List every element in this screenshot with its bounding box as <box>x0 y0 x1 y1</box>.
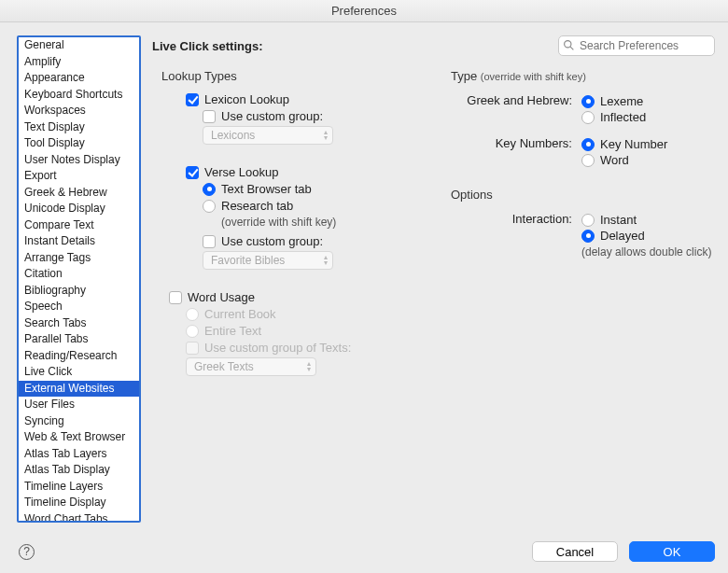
greek-hebrew-label: Greek and Hebrew: <box>451 92 581 107</box>
search-input[interactable] <box>558 35 715 56</box>
research-tab-radio[interactable] <box>203 200 216 213</box>
chevron-updown-icon: ▴▾ <box>324 255 328 266</box>
instant-radio[interactable] <box>581 214 595 227</box>
sidebar-item-syncing[interactable]: Syncing <box>19 413 139 430</box>
lexicon-lookup-checkbox[interactable] <box>186 93 199 106</box>
sidebar-item-word-chart-tabs[interactable]: Word Chart Tabs <box>19 511 139 524</box>
inflected-label: Inflected <box>600 110 646 124</box>
sidebar-item-text-display[interactable]: Text Display <box>19 119 139 136</box>
cancel-button[interactable]: Cancel <box>532 541 618 562</box>
lexicon-custom-label: Use custom group: <box>221 109 323 123</box>
sidebar-item-compare-text[interactable]: Compare Text <box>19 217 139 234</box>
verse-lookup-label: Verse Lookup <box>204 165 279 179</box>
lexeme-radio[interactable] <box>581 95 595 108</box>
sidebar-item-timeline-display[interactable]: Timeline Display <box>19 495 139 511</box>
search-icon <box>563 39 575 51</box>
type-heading: Type (override with shift key) <box>451 69 715 83</box>
sidebar-item-greek-hebrew[interactable]: Greek & Hebrew <box>19 185 139 202</box>
research-tab-label: Research tab <box>221 199 293 213</box>
verse-override-note: (override with shift key) <box>221 216 441 229</box>
lexicon-lookup-label: Lexicon Lookup <box>204 92 289 106</box>
word-label: Word <box>600 153 629 167</box>
word-usage-label: Word Usage <box>188 290 255 304</box>
sidebar-item-search-tabs[interactable]: Search Tabs <box>19 315 139 332</box>
verse-custom-checkbox[interactable] <box>203 235 216 248</box>
current-book-label: Current Book <box>204 307 276 321</box>
verse-lookup-checkbox[interactable] <box>186 166 199 179</box>
sidebar-item-external-websites[interactable]: External Websites <box>19 381 139 398</box>
sidebar-item-web-text-browser[interactable]: Web & Text Browser <box>19 429 139 446</box>
entire-text-label: Entire Text <box>204 324 261 338</box>
lookup-types-heading: Lookup Types <box>161 69 441 83</box>
lexeme-label: Lexeme <box>600 94 643 108</box>
sidebar-item-tool-display[interactable]: Tool Display <box>19 135 139 152</box>
ok-button[interactable]: OK <box>629 541 715 562</box>
window-title: Preferences <box>0 0 728 22</box>
key-number-radio[interactable] <box>581 138 595 151</box>
key-number-label: Key Number <box>600 137 667 151</box>
delayed-radio[interactable] <box>581 230 595 243</box>
sidebar-item-user-notes-display[interactable]: User Notes Display <box>19 152 139 169</box>
sidebar-item-timeline-layers[interactable]: Timeline Layers <box>19 479 139 496</box>
instant-label: Instant <box>600 213 637 227</box>
sidebar-item-arrange-tags[interactable]: Arrange Tags <box>19 250 139 267</box>
preferences-sidebar[interactable]: GeneralAmplifyAppearanceKeyboard Shortcu… <box>17 35 141 523</box>
sidebar-item-citation[interactable]: Citation <box>19 266 139 283</box>
delayed-label: Delayed <box>600 229 645 243</box>
sidebar-item-export[interactable]: Export <box>19 168 139 185</box>
verse-custom-label: Use custom group: <box>221 234 323 248</box>
sidebar-item-amplify[interactable]: Amplify <box>19 54 139 71</box>
sidebar-item-keyboard-shortcuts[interactable]: Keyboard Shortcuts <box>19 87 139 104</box>
sidebar-item-instant-details[interactable]: Instant Details <box>19 233 139 250</box>
word-radio[interactable] <box>581 154 595 167</box>
key-numbers-label: Key Numbers: <box>451 135 581 150</box>
sidebar-item-general[interactable]: General <box>19 37 139 54</box>
current-book-radio <box>186 308 199 321</box>
interaction-label: Interaction: <box>451 211 581 226</box>
inflected-radio[interactable] <box>581 111 595 124</box>
sidebar-item-atlas-tab-layers[interactable]: Atlas Tab Layers <box>19 446 139 463</box>
text-browser-label: Text Browser tab <box>221 182 312 196</box>
word-custom-label: Use custom group of Texts: <box>204 341 351 355</box>
verse-dropdown[interactable]: Favorite Bibles ▴▾ <box>203 251 333 270</box>
help-icon[interactable]: ? <box>19 544 35 560</box>
page-title: Live Click settings: <box>152 39 262 53</box>
svg-point-0 <box>565 41 571 48</box>
options-heading: Options <box>451 188 715 202</box>
chevron-updown-icon: ▴▾ <box>324 130 328 141</box>
entire-text-radio <box>186 325 199 338</box>
sidebar-item-live-click[interactable]: Live Click <box>19 364 139 381</box>
word-custom-checkbox <box>186 342 199 355</box>
word-usage-checkbox[interactable] <box>169 291 182 304</box>
sidebar-item-speech[interactable]: Speech <box>19 299 139 315</box>
sidebar-item-atlas-tab-display[interactable]: Atlas Tab Display <box>19 462 139 479</box>
word-dropdown: Greek Texts ▴▾ <box>186 357 316 376</box>
sidebar-item-unicode-display[interactable]: Unicode Display <box>19 201 139 217</box>
sidebar-item-user-files[interactable]: User Files <box>19 397 139 413</box>
delay-caption: (delay allows double click) <box>581 245 715 259</box>
svg-line-1 <box>570 47 573 49</box>
sidebar-item-appearance[interactable]: Appearance <box>19 70 139 87</box>
text-browser-radio[interactable] <box>203 183 216 196</box>
sidebar-item-reading-research[interactable]: Reading/Research <box>19 348 139 365</box>
lexicon-dropdown[interactable]: Lexicons ▴▾ <box>203 126 333 145</box>
sidebar-item-bibliography[interactable]: Bibliography <box>19 283 139 300</box>
sidebar-item-workspaces[interactable]: Workspaces <box>19 103 139 119</box>
chevron-updown-icon: ▴▾ <box>307 361 311 372</box>
lexicon-custom-checkbox[interactable] <box>203 110 216 123</box>
sidebar-item-parallel-tabs[interactable]: Parallel Tabs <box>19 331 139 348</box>
